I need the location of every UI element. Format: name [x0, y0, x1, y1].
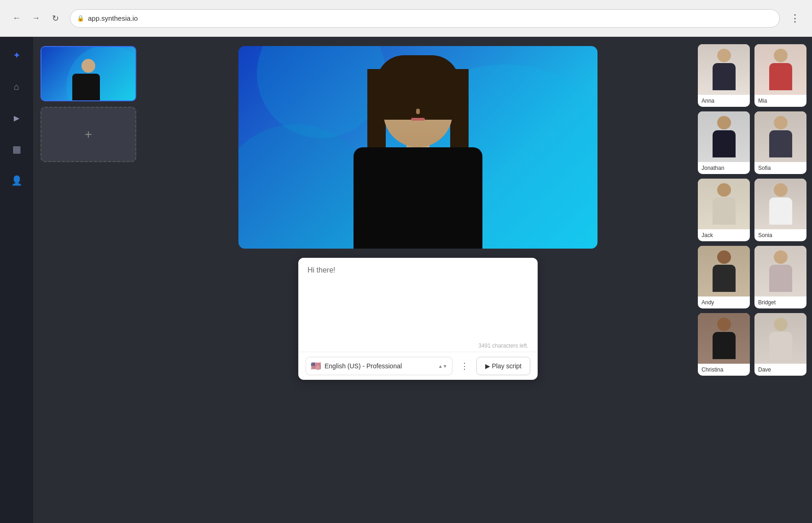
home-icon: ⌂: [14, 81, 19, 92]
avatar-card-sofia[interactable]: Sofia: [754, 111, 806, 174]
avatar-card-dave[interactable]: Dave: [754, 313, 806, 376]
forward-button[interactable]: →: [29, 11, 43, 26]
sidebar-icon-templates[interactable]: ▦: [7, 140, 26, 158]
avatar-name-sofia: Sofia: [754, 162, 806, 174]
address-bar[interactable]: 🔒 app.synthesia.io: [70, 9, 780, 28]
script-footer: 🇺🇸 English (US) - Professional ▲▼ ⋮ ▶ Pl…: [298, 352, 538, 380]
logo-icon: ✦: [13, 50, 21, 61]
avatar-card-jonathan[interactable]: Jonathan: [698, 111, 750, 174]
chars-left: 3491 characters left.: [298, 343, 538, 352]
avatar-img-sonia: [754, 179, 806, 229]
play-icon: ▶: [14, 114, 19, 122]
sidebar-icon-home[interactable]: ⌂: [7, 77, 26, 96]
flag-icon: 🇺🇸: [311, 361, 321, 371]
lock-icon: 🔒: [77, 15, 84, 22]
avatar-silhouette-mia: [767, 49, 795, 90]
avatar-silhouette-christina: [710, 318, 738, 359]
avatar-silhouette-anna: [710, 49, 738, 90]
back-button[interactable]: ←: [9, 11, 24, 26]
avatar-name-sonia: Sonia: [754, 229, 806, 241]
avatar-silhouette-andy: [710, 250, 738, 292]
account-icon: 👤: [11, 175, 23, 186]
nav-buttons: ← → ↻: [9, 11, 63, 26]
avatar-silhouette-jack: [710, 183, 738, 225]
avatar-grid: Anna Mia: [698, 44, 806, 376]
slide-1[interactable]: [41, 46, 136, 101]
avatar-silhouette-bridget: [767, 250, 795, 292]
script-box: Hi there! 3491 characters left. 🇺🇸 Engli…: [298, 258, 538, 380]
avatar-silhouette-sofia: [767, 116, 795, 157]
url-text: app.synthesia.io: [88, 14, 138, 22]
main-layout: ✦ ⌂ ▶ ▦ 👤 +: [0, 37, 812, 523]
avatar-name-andy: Andy: [698, 296, 750, 308]
slide-1-preview: [41, 47, 135, 100]
avatar-img-dave: [754, 313, 806, 364]
avatar-img-christina: [698, 313, 750, 364]
language-label: English (US) - Professional: [325, 362, 402, 370]
avatar-img-andy: [698, 246, 750, 296]
avatar-name-jonathan: Jonathan: [698, 162, 750, 174]
sidebar-icon-logo[interactable]: ✦: [7, 46, 26, 64]
templates-icon: ▦: [12, 144, 21, 155]
language-chevron-icon: ▲▼: [438, 364, 447, 369]
avatar-card-jack[interactable]: Jack: [698, 179, 750, 241]
avatar-card-anna[interactable]: Anna: [698, 44, 750, 107]
avatar-img-jonathan: [698, 111, 750, 162]
refresh-button[interactable]: ↻: [48, 11, 63, 26]
avatar-img-bridget: [754, 246, 806, 296]
sidebar-icon-account[interactable]: 👤: [7, 171, 26, 190]
avatar-name-jack: Jack: [698, 229, 750, 241]
avatar-card-mia[interactable]: Mia: [754, 44, 806, 107]
avatar-name-bridget: Bridget: [754, 296, 806, 308]
sidebar-icon-play[interactable]: ▶: [7, 109, 26, 127]
avatar-img-sofia: [754, 111, 806, 162]
video-area: Hi there! 3491 characters left. 🇺🇸 Engli…: [144, 37, 692, 523]
language-selector[interactable]: 🇺🇸 English (US) - Professional ▲▼: [306, 357, 452, 375]
plus-icon: +: [85, 127, 92, 142]
avatar-card-christina[interactable]: Christina: [698, 313, 750, 376]
main-avatar: [340, 55, 496, 249]
left-sidebar: ✦ ⌂ ▶ ▦ 👤: [0, 37, 33, 523]
avatar-silhouette-jonathan: [710, 116, 738, 157]
avatar-img-jack: [698, 179, 750, 229]
more-options-button[interactable]: ⋮: [456, 358, 473, 374]
avatar-panel: Anna Mia: [692, 37, 812, 523]
avatar-name-dave: Dave: [754, 364, 806, 376]
avatar-img-mia: [754, 44, 806, 95]
avatar-silhouette-sonia: [767, 183, 795, 225]
avatar-name-mia: Mia: [754, 95, 806, 107]
avatar-img-anna: [698, 44, 750, 95]
avatar-card-sonia[interactable]: Sonia: [754, 179, 806, 241]
browser-chrome: ← → ↻ 🔒 app.synthesia.io ⋮: [0, 0, 812, 37]
script-box-inner: Hi there! 3491 characters left.: [298, 258, 538, 352]
avatar-silhouette-dave: [767, 318, 795, 359]
play-script-button[interactable]: ▶ Play script: [476, 357, 530, 375]
avatar-name-anna: Anna: [698, 95, 750, 107]
add-slide-button[interactable]: +: [41, 107, 136, 162]
slides-panel: +: [33, 37, 144, 523]
avatar-name-christina: Christina: [698, 364, 750, 376]
script-textarea[interactable]: Hi there!: [298, 258, 538, 341]
browser-menu-button[interactable]: ⋮: [787, 10, 803, 27]
avatar-card-andy[interactable]: Andy: [698, 246, 750, 308]
avatar-card-bridget[interactable]: Bridget: [754, 246, 806, 308]
video-canvas: [238, 46, 597, 249]
